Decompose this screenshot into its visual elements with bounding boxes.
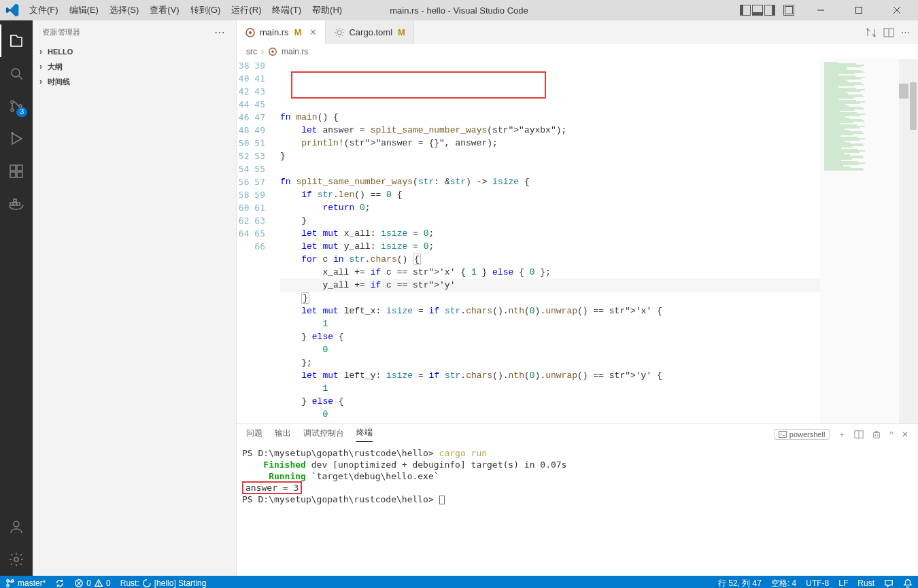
layout-right-icon[interactable]	[764, 5, 775, 16]
panel-tab-debug-console[interactable]: 调试控制台	[303, 428, 344, 442]
terminal-icon	[779, 430, 787, 438]
status-language[interactable]: Rust	[857, 578, 874, 589]
svg-point-33	[7, 585, 10, 587]
activity-explorer[interactable]	[0, 24, 33, 57]
terminal-content[interactable]: PS D:\mysetup\gopath\rustcode\hello> car…	[237, 445, 918, 576]
compare-changes-icon[interactable]	[866, 27, 877, 38]
activity-scm[interactable]: 3	[0, 90, 33, 122]
status-feedback[interactable]	[884, 578, 894, 589]
sidebar-more-icon[interactable]: ⋯	[214, 26, 226, 39]
svg-rect-29	[779, 432, 787, 438]
tab-label: Cargo.toml	[349, 27, 392, 37]
svg-rect-17	[14, 199, 16, 202]
menu-file[interactable]: 文件(F)	[24, 1, 63, 19]
activity-run-debug[interactable]	[0, 122, 33, 155]
panel-tab-output[interactable]: 输出	[275, 428, 291, 442]
svg-rect-14	[10, 203, 13, 205]
tab-cargo-toml[interactable]: Cargo.toml M	[326, 20, 413, 44]
sidebar-section-timeline[interactable]: ›时间线	[33, 74, 236, 89]
sync-icon	[55, 578, 65, 588]
menu-help[interactable]: 帮助(H)	[307, 1, 347, 19]
code-content[interactable]: fn main() { let answer = split_same_numb…	[280, 59, 820, 423]
status-encoding[interactable]: UTF-8	[806, 578, 829, 589]
svg-line-5	[19, 76, 22, 80]
editor-scrollbar[interactable]	[908, 59, 918, 423]
sidebar-section-hello[interactable]: ›HELLO	[33, 44, 236, 59]
bottom-panel: 问题 输出 调试控制台 终端 powershell ＋ ^ ✕ PS D:\my…	[237, 423, 918, 576]
editor-group: main.rs M ✕ Cargo.toml M ⋯ src › main.rs…	[237, 20, 918, 576]
tab-label: main.rs	[260, 27, 289, 37]
status-branch[interactable]: master*	[5, 578, 46, 588]
vscode-icon	[5, 3, 19, 17]
activity-settings[interactable]	[0, 543, 33, 576]
svg-rect-13	[17, 172, 22, 177]
tab-close-icon[interactable]: ✕	[309, 27, 317, 37]
editor-more-icon[interactable]: ⋯	[901, 27, 911, 37]
overview-ruler[interactable]	[899, 59, 908, 423]
highlight-red-box-terminal: answer = 3	[242, 481, 302, 494]
menu-edit[interactable]: 编辑(E)	[65, 1, 103, 19]
status-bar: master* 0 0 Rust: [hello] Starting 行 52,…	[0, 576, 918, 588]
layout-left-icon[interactable]	[740, 5, 751, 16]
editor-tabs: main.rs M ✕ Cargo.toml M ⋯	[237, 20, 918, 44]
breadcrumb-item[interactable]: src	[246, 47, 257, 56]
svg-rect-10	[10, 165, 16, 171]
status-notifications[interactable]	[903, 578, 913, 589]
split-editor-icon[interactable]	[883, 27, 894, 38]
menu-selection[interactable]: 选择(S)	[105, 1, 143, 19]
window-minimize[interactable]	[805, 0, 836, 20]
breadcrumb[interactable]: src › main.rs	[237, 44, 918, 59]
breadcrumb-item[interactable]: main.rs	[282, 47, 308, 56]
status-cursor-position[interactable]: 行 52, 列 47	[718, 578, 762, 589]
svg-point-32	[7, 580, 10, 583]
terminal-cursor	[439, 496, 445, 504]
panel-maximize-icon[interactable]: ^	[889, 430, 894, 439]
status-sync[interactable]	[55, 578, 65, 588]
minimap[interactable]	[820, 59, 908, 423]
tab-dirty-indicator: M	[294, 27, 302, 37]
svg-point-28	[271, 50, 274, 53]
highlight-red-box	[291, 71, 546, 99]
panel-close-icon[interactable]: ✕	[902, 430, 908, 439]
svg-rect-12	[10, 172, 16, 177]
terminal-new-icon[interactable]: ＋	[838, 429, 846, 440]
menu-terminal[interactable]: 终端(T)	[267, 1, 306, 19]
gear-file-icon	[334, 27, 345, 38]
explorer-sidebar: 资源管理器 ⋯ ›HELLO ›大纲 ›时间线	[33, 20, 237, 576]
scm-badge: 3	[16, 107, 27, 117]
svg-point-22	[337, 31, 341, 35]
status-problems[interactable]: 0 0	[74, 578, 110, 588]
status-indentation[interactable]: 空格: 4	[771, 578, 796, 589]
layout-bottom-icon[interactable]	[752, 5, 763, 16]
svg-rect-16	[17, 203, 20, 205]
line-number-gutter: 38 39 40 41 42 43 44 45 46 47 48 49 50 5…	[237, 59, 272, 423]
terminal-shell-selector[interactable]: powershell	[774, 429, 830, 440]
window-maximize[interactable]	[843, 0, 874, 20]
layout-customize-icon[interactable]	[783, 5, 794, 16]
tab-main-rs[interactable]: main.rs M ✕	[237, 20, 326, 44]
status-eol[interactable]: LF	[838, 578, 848, 589]
menu-bar: 文件(F) 编辑(E) 选择(S) 查看(V) 转到(G) 运行(R) 终端(T…	[24, 1, 347, 19]
activity-docker[interactable]	[0, 188, 33, 220]
sidebar-section-outline[interactable]: ›大纲	[33, 59, 236, 74]
panel-tab-terminal[interactable]: 终端	[356, 427, 373, 442]
activity-bar: 3	[0, 20, 33, 576]
menu-go[interactable]: 转到(G)	[186, 1, 226, 19]
panel-tabs: 问题 输出 调试控制台 终端 powershell ＋ ^ ✕	[237, 424, 918, 445]
activity-account[interactable]	[0, 511, 33, 543]
activity-search[interactable]	[0, 57, 33, 90]
svg-point-39	[99, 585, 99, 586]
panel-tab-problems[interactable]: 问题	[246, 428, 262, 442]
terminal-split-icon[interactable]	[854, 430, 864, 439]
terminal-kill-icon[interactable]	[872, 430, 881, 439]
activity-extensions[interactable]	[0, 155, 33, 188]
menu-view[interactable]: 查看(V)	[145, 1, 184, 19]
status-rust-analyzer[interactable]: Rust: [hello] Starting	[120, 578, 207, 588]
svg-point-19	[14, 557, 18, 561]
overview-thumb[interactable]	[899, 84, 908, 99]
editor-code-area[interactable]: 38 39 40 41 42 43 44 45 46 47 48 49 50 5…	[237, 59, 918, 423]
scrollbar-thumb[interactable]	[910, 82, 917, 130]
menu-run[interactable]: 运行(R)	[226, 1, 266, 19]
window-close[interactable]	[881, 0, 913, 20]
svg-point-23	[867, 28, 869, 30]
